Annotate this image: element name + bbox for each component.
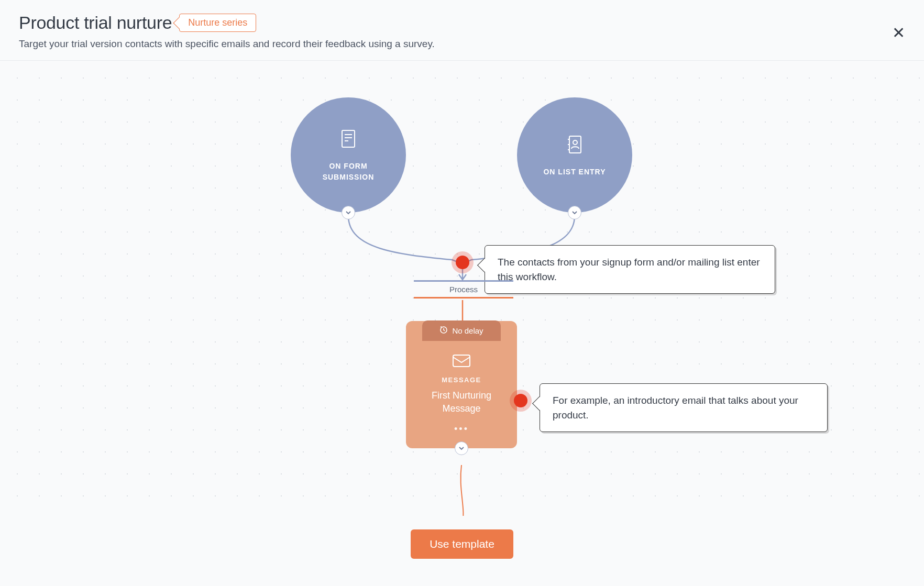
callout-text: For example, an introductory email that … — [553, 395, 798, 421]
entry-marker — [456, 256, 469, 269]
title-row: Product trial nurture Nurture series — [19, 13, 905, 33]
trigger-label: ON FORM SUBMISSION — [291, 161, 406, 183]
message-body: MESSAGE First Nurturing Message ••• — [406, 340, 517, 439]
process-divider: Process — [414, 280, 513, 298]
entry-callout: The contacts from your signup form and/o… — [485, 245, 775, 294]
footer: Use template — [0, 516, 924, 576]
delay-pill[interactable]: No delay — [422, 320, 501, 341]
envelope-icon — [415, 353, 508, 371]
callout-text: The contacts from your signup form and/o… — [498, 257, 760, 282]
connector-lines — [0, 61, 924, 576]
trigger-form-submission[interactable]: ON FORM SUBMISSION — [291, 97, 406, 213]
process-label: Process — [414, 282, 513, 297]
svg-rect-10 — [453, 355, 470, 367]
page-subtitle: Target your trial version contacts with … — [19, 38, 905, 50]
chevron-down-icon[interactable] — [342, 206, 355, 219]
workflow-canvas[interactable]: ON FORM SUBMISSION ON LIST ENTRY The con… — [0, 61, 924, 576]
trigger-list-entry[interactable]: ON LIST ENTRY — [517, 97, 632, 213]
contact-list-icon — [563, 133, 586, 158]
chevron-down-icon[interactable] — [568, 206, 581, 219]
message-callout: For example, an introductory email that … — [540, 383, 828, 432]
svg-point-5 — [573, 140, 577, 145]
more-icon[interactable]: ••• — [415, 424, 508, 435]
svg-rect-0 — [342, 130, 355, 147]
message-node[interactable]: No delay MESSAGE First Nurturing Message… — [406, 321, 517, 448]
message-marker — [514, 394, 527, 407]
node-type: MESSAGE — [415, 376, 508, 384]
form-icon — [337, 127, 360, 152]
node-name: First Nurturing Message — [415, 389, 508, 415]
close-icon[interactable]: ✕ — [892, 25, 905, 41]
delay-text: No delay — [452, 326, 483, 335]
trigger-label: ON LIST ENTRY — [531, 167, 618, 178]
clock-icon — [439, 326, 448, 336]
header: Product trial nurture Nurture series Tar… — [0, 0, 924, 61]
chevron-down-icon[interactable] — [455, 441, 468, 455]
page-title: Product trial nurture — [19, 13, 172, 33]
use-template-button[interactable]: Use template — [411, 529, 513, 559]
category-tag[interactable]: Nurture series — [179, 14, 256, 32]
